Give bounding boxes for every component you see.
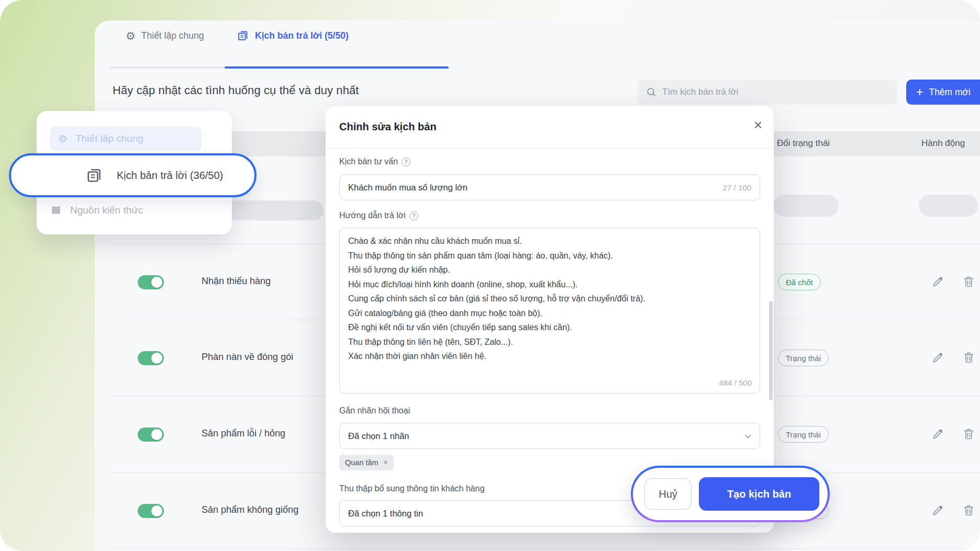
edit-icon[interactable] — [931, 351, 944, 364]
tab-general-settings[interactable]: ⚙ Thiết lập chung — [126, 30, 204, 41]
guide-textarea[interactable]: Chào & xác nhận nhu cầu khách muốn mua s… — [339, 228, 760, 393]
delete-icon[interactable] — [962, 275, 975, 288]
char-counter: 484 / 500 — [719, 378, 752, 387]
row-toggle[interactable] — [138, 275, 164, 289]
gear-icon: ⚙ — [58, 133, 68, 144]
script-pages-icon — [85, 166, 103, 184]
add-script-button[interactable]: + Thêm mới — [906, 80, 980, 105]
status-badge[interactable]: Trạng thái — [778, 426, 829, 443]
book-icon — [50, 204, 62, 217]
field-label-script-name: Kịch bản tư vấn ? — [339, 157, 410, 166]
tab-label: Kịch bản trả lời (5/50) — [255, 30, 349, 41]
toggle-knob — [151, 353, 162, 364]
row-label: Nhận thiếu hàng — [202, 276, 271, 287]
chevron-down-icon — [744, 432, 752, 441]
row-label: Phàn nàn về đóng gói — [202, 352, 293, 363]
search-input[interactable] — [662, 87, 889, 97]
script-pages-icon — [237, 29, 249, 42]
app-screen: ⚙ Thiết lập chung Kịch bản trả lời (5/50… — [0, 0, 980, 551]
edit-icon[interactable] — [931, 428, 944, 441]
skeleton-pill — [774, 195, 839, 217]
close-icon[interactable]: × — [754, 118, 762, 132]
add-button-label: Thêm mới — [929, 87, 971, 98]
row-toggle[interactable] — [138, 504, 164, 518]
char-counter: 27 / 100 — [723, 183, 751, 192]
dropdown-item-label: Thiết lập chung — [75, 133, 143, 144]
plus-icon: + — [916, 86, 923, 98]
row-label: Sản phẩm không giống — [202, 504, 298, 515]
search-box[interactable] — [638, 80, 897, 105]
row-label: Sản phẩm lỗi / hỏng — [202, 428, 285, 439]
edit-icon[interactable] — [931, 275, 944, 288]
tab-label: Thiết lập chung — [141, 30, 204, 41]
help-icon: ? — [409, 211, 418, 220]
column-header-actions: Hành động — [921, 138, 965, 149]
gear-icon: ⚙ — [126, 30, 136, 41]
delete-icon[interactable] — [962, 351, 975, 364]
dropdown-item-scripts-highlighted[interactable]: Kịch bản trả lời (36/50) — [9, 153, 257, 197]
skeleton-pill — [919, 195, 978, 217]
tag-chip-label: Quan tâm — [345, 458, 378, 467]
toggle-knob — [151, 429, 162, 440]
dropdown-item-general[interactable]: ⚙ Thiết lập chung — [50, 127, 202, 151]
column-header-status: Đổi trạng thái — [777, 138, 830, 149]
status-badge[interactable]: Trạng thái — [778, 350, 829, 366]
tags-select[interactable]: Đã chọn 1 nhãn — [339, 423, 760, 449]
dropdown-item-label: Nguồn kiến thức — [70, 205, 143, 216]
toggle-knob — [151, 277, 162, 288]
modal-title: Chỉnh sửa kịch bản — [339, 121, 437, 133]
row-divider — [109, 548, 980, 549]
field-label-guide: Hướng dẫn trả lời ? — [339, 211, 418, 220]
modal-footer-spotlight: Huỷ Tạo kịch bản — [631, 466, 830, 522]
field-label-tags: Gắn nhãn hội thoại — [339, 406, 410, 415]
toggle-knob — [151, 505, 162, 516]
edit-icon[interactable] — [931, 504, 944, 517]
page-subtitle: Hãy cập nhật các tình huống cụ thể và du… — [113, 84, 359, 97]
modal-scrollbar[interactable] — [769, 301, 773, 400]
row-toggle[interactable] — [138, 428, 164, 442]
tag-chip: Quan tâm × — [339, 455, 394, 470]
row-toggle[interactable] — [138, 351, 164, 365]
help-icon: ? — [402, 158, 410, 166]
script-name-value: Khách muốn mua số lượng lớn — [348, 183, 467, 193]
skeleton-pill — [226, 200, 324, 220]
tab-underline-track — [109, 67, 225, 68]
delete-icon[interactable] — [962, 428, 975, 441]
status-badge[interactable]: Đã chốt — [778, 274, 821, 290]
search-icon — [646, 87, 656, 97]
create-script-button[interactable]: Tạo kịch bản — [699, 477, 819, 511]
tags-select-value: Đã chọn 1 nhãn — [348, 431, 409, 441]
dropdown-item-knowledge[interactable]: Nguồn kiến thức — [50, 204, 143, 217]
modal-divider — [326, 148, 774, 149]
script-name-input[interactable]: Khách muốn mua số lượng lớn 27 / 100 — [339, 174, 760, 200]
remove-tag-icon[interactable]: × — [383, 458, 388, 467]
dropdown-item-label: Kịch bản trả lời (36/50) — [117, 170, 223, 182]
cancel-button[interactable]: Huỷ — [644, 478, 692, 510]
active-tab-underline — [225, 66, 449, 69]
delete-icon[interactable] — [962, 504, 975, 517]
extra-info-value: Đã chọn 1 thông tin — [348, 509, 423, 519]
tab-answer-scripts[interactable]: Kịch bản trả lời (5/50) — [237, 29, 349, 42]
field-label-extra-info: Thu thập bổ sung thông tin khách hàng — [339, 484, 485, 493]
